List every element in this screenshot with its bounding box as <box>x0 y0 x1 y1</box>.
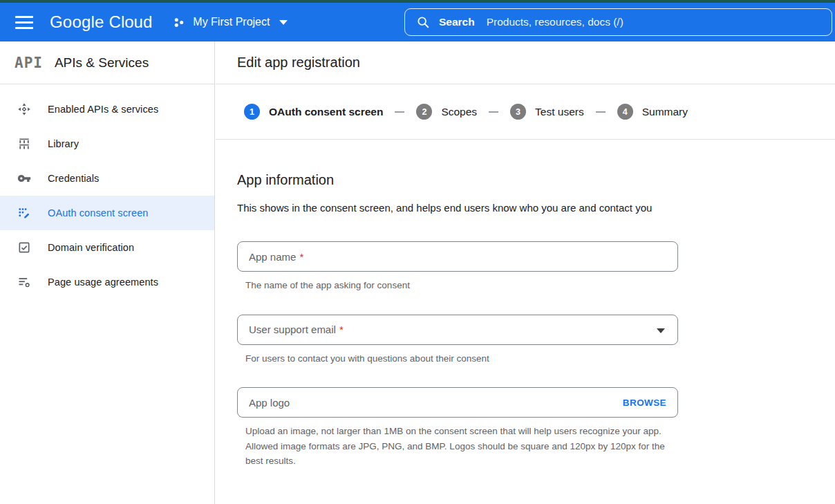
sidebar-item-label: Domain verification <box>48 242 134 253</box>
api-product-logo: API <box>15 55 43 71</box>
browse-button[interactable]: BROWSE <box>623 398 666 408</box>
search-bar[interactable]: Search Products, resources, docs (/) <box>404 8 832 36</box>
page-title: Edit app registration <box>237 55 360 71</box>
sidebar-nav: Enabled APIs & services Library Credenti… <box>0 84 214 299</box>
step-separator <box>596 111 606 113</box>
sidebar-item-label: Library <box>48 138 79 149</box>
sidebar-item-label: Credentials <box>48 173 99 184</box>
step-number-badge: 4 <box>617 104 633 120</box>
step-number-badge: 2 <box>416 104 432 120</box>
required-asterisk: * <box>299 251 303 263</box>
project-icon <box>173 16 186 29</box>
sidebar-item-credentials[interactable]: Credentials <box>0 161 214 196</box>
sidebar-item-page-usage-agreements[interactable]: Page usage agreements <box>0 265 214 299</box>
sidebar-item-domain-verification[interactable]: Domain verification <box>0 230 214 265</box>
sidebar-item-label: OAuth consent screen <box>48 207 148 218</box>
project-selector[interactable]: My First Project <box>173 16 288 29</box>
app-name-helper-text: The name of the app asking for consent <box>245 278 675 293</box>
app-name-placeholder: App name <box>249 251 296 263</box>
step-separator <box>489 111 498 113</box>
step-label: Summary <box>642 106 688 118</box>
app-logo-field-group: App logo BROWSE Upload an image, not lar… <box>237 387 835 469</box>
topbar: Google Cloud My First Project Search Pro… <box>0 3 835 41</box>
app-name-input[interactable]: App name * <box>237 241 678 272</box>
list-gear-icon <box>17 275 31 289</box>
step-label: OAuth consent screen <box>269 106 383 118</box>
hamburger-menu-icon[interactable] <box>15 16 33 29</box>
main-header: Edit app registration <box>216 41 835 84</box>
form-content: App information This shows in the consen… <box>216 140 835 469</box>
step-summary[interactable]: 4 Summary <box>617 104 688 120</box>
step-test-users[interactable]: 3 Test users <box>510 104 584 120</box>
sidebar-product-title: APIs & Services <box>55 55 149 71</box>
step-separator <box>395 111 404 113</box>
main-panel: Edit app registration 1 OAuth consent sc… <box>216 41 835 504</box>
user-support-email-select[interactable]: User support email * <box>237 315 678 345</box>
enabled-apis-icon <box>17 102 31 116</box>
sidebar-item-oauth-consent-screen[interactable]: OAuth consent screen <box>0 196 214 230</box>
search-icon <box>416 15 430 29</box>
section-description: This shows in the consent screen, and he… <box>237 199 685 217</box>
search-label: Search <box>439 16 475 28</box>
sidebar-item-label: Page usage agreements <box>48 277 158 288</box>
checkbox-icon <box>17 241 31 254</box>
dropdown-caret-icon[interactable] <box>657 328 665 333</box>
section-title: App information <box>237 172 835 188</box>
project-name: My First Project <box>193 16 270 28</box>
sidebar-item-label: Enabled APIs & services <box>48 104 158 115</box>
sidebar-header: API APIs & Services <box>0 41 214 84</box>
required-asterisk: * <box>339 324 344 335</box>
support-email-field-group: User support email * For users to contac… <box>237 315 835 366</box>
google-cloud-logo[interactable]: Google Cloud <box>50 12 152 32</box>
app-logo-input[interactable]: App logo BROWSE <box>237 387 678 418</box>
sidebar: API APIs & Services Enabled APIs & servi… <box>0 41 215 504</box>
step-number-badge: 3 <box>510 104 526 120</box>
step-oauth-consent-screen[interactable]: 1 OAuth consent screen <box>244 104 383 120</box>
support-email-helper-text: For users to contact you with questions … <box>245 351 675 366</box>
app-name-field-group: App name * The name of the app asking fo… <box>237 241 835 293</box>
step-scopes[interactable]: 2 Scopes <box>416 104 477 120</box>
logo-cloud-text: Cloud <box>109 12 153 32</box>
step-number-badge: 1 <box>244 104 260 120</box>
stepper: 1 OAuth consent screen 2 Scopes 3 Test u… <box>216 84 835 140</box>
consent-screen-icon <box>17 206 31 220</box>
key-icon <box>17 171 31 185</box>
search-placeholder: Products, resources, docs (/) <box>487 16 623 28</box>
sidebar-item-library[interactable]: Library <box>0 127 214 161</box>
step-label: Scopes <box>441 106 477 118</box>
logo-google-text: Google <box>50 12 104 32</box>
app-logo-placeholder: App logo <box>249 397 290 409</box>
chevron-down-icon <box>279 20 288 25</box>
step-label: Test users <box>535 106 584 118</box>
app-logo-helper-text: Upload an image, not larger than 1MB on … <box>245 424 675 469</box>
support-email-placeholder: User support email <box>249 324 336 335</box>
library-icon <box>17 137 31 151</box>
sidebar-item-enabled-apis[interactable]: Enabled APIs & services <box>0 92 214 127</box>
